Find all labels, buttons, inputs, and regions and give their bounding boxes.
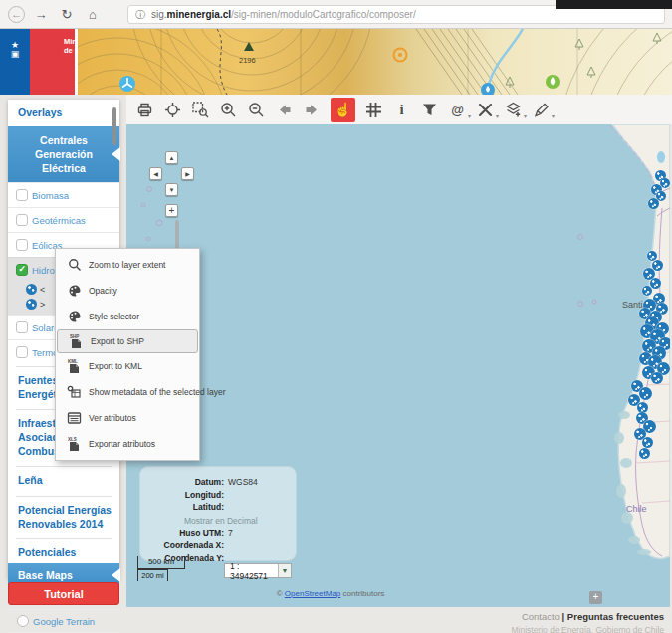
ministry-logo-block: Ministerio de Energía	[30, 29, 75, 95]
checkbox-biomasa[interactable]	[16, 189, 28, 201]
section-notch	[112, 568, 120, 582]
header-banner: ★▣ Ministerio de Energía	[0, 29, 672, 95]
radio-google-terrain[interactable]	[17, 615, 29, 627]
contacto-link[interactable]: Contacto	[522, 611, 560, 622]
checkbox-eolicas[interactable]	[16, 239, 28, 251]
menu-show-metadata[interactable]: Show metadata of the selected layer	[56, 379, 199, 405]
forward-icon[interactable]: →	[31, 4, 51, 24]
menu-export-to-kml[interactable]: KML Export to KML	[56, 353, 199, 379]
zoom-extent-icon[interactable]	[163, 99, 182, 120]
layer-row-geotermicas[interactable]: Geotérmicas	[8, 207, 119, 232]
plant-marker[interactable]	[650, 278, 661, 289]
section-potenciales[interactable]: Potenciales	[8, 539, 119, 563]
plant-marker[interactable]	[637, 402, 648, 413]
wind-turbine-icon	[119, 76, 135, 92]
layerswitcher-toggle-button[interactable]: +	[589, 591, 602, 604]
elevation-label: 2196	[239, 56, 256, 65]
topographic-banner-image	[78, 29, 672, 95]
zoom-box-icon[interactable]	[191, 99, 210, 120]
window-edge	[556, 0, 672, 9]
pan-right-button[interactable]: ▶	[181, 167, 194, 180]
zoom-in-icon[interactable]	[219, 99, 238, 120]
file-shp-icon: SHP	[68, 333, 85, 349]
mostrar-en-decimal-link[interactable]: Mostrar en Decimal	[184, 516, 296, 526]
preguntas-frecuentes-link[interactable]: Preguntas frecuentes	[567, 611, 664, 622]
pan-up-button[interactable]: ▲	[165, 151, 178, 164]
coat-of-arms-icon: ★▣	[6, 41, 24, 61]
plant-marker[interactable]	[639, 448, 650, 459]
zoom-in-map-button[interactable]: +	[165, 204, 178, 217]
checkbox-termoelectricas[interactable]	[16, 346, 28, 358]
section-lena[interactable]: Leña	[8, 467, 119, 494]
zoom-out-icon[interactable]	[247, 99, 266, 120]
svg-text:KML: KML	[68, 359, 78, 364]
map-viewport[interactable]: Santiago Chile ▲ ◀ ▶ ▼ + Datum:WGS84 Lon…	[126, 124, 670, 607]
coordinate-info-box: Datum:WGS84 Longitud: Latitud: Mostrar e…	[139, 466, 297, 561]
layer-row-biomasa[interactable]: Biomasa	[8, 182, 119, 207]
biomass-icon	[546, 75, 560, 89]
menu-export-to-shp[interactable]: SHP Export to SHP	[57, 329, 198, 353]
palette-icon	[66, 310, 83, 323]
draw-icon[interactable]: ▾	[532, 99, 551, 120]
map-toolbar: ☝ i @▾ ▾ ▾ ▾	[126, 95, 672, 124]
url-text: sig.minenergia.cl/sig-minen/moduloCartog…	[151, 9, 416, 20]
plant-marker[interactable]	[642, 286, 652, 296]
palette-icon	[66, 284, 83, 298]
back-icon[interactable]: ←	[8, 6, 25, 23]
plant-marker[interactable]	[648, 198, 659, 209]
filter-icon[interactable]	[420, 99, 439, 120]
next-view-icon[interactable]	[303, 99, 322, 120]
checkbox-geotermicas[interactable]	[16, 214, 28, 226]
scale-km-label: 500 km	[137, 556, 185, 569]
sidebar-scrollbar[interactable]	[112, 107, 116, 145]
scale-mi-label: 200 mi	[137, 569, 168, 581]
basemap-google-terrain[interactable]: Google Terrain	[8, 609, 119, 632]
metadata-icon	[66, 385, 83, 399]
attribute-table-icon	[66, 411, 83, 425]
section-notch	[112, 147, 120, 161]
svg-text:XLS: XLS	[68, 437, 77, 442]
home-icon[interactable]: ⌂	[83, 4, 103, 24]
reload-icon[interactable]: ↻	[57, 4, 77, 24]
overlays-title: Overlays	[8, 100, 119, 126]
layer-context-menu: Zoom to layer extent Opacity Style selec…	[55, 248, 200, 461]
section-potencial-renovables[interactable]: Potencial Energías Renovables 2014	[8, 497, 119, 536]
file-kml-icon: KML	[66, 358, 83, 374]
plant-marker[interactable]	[642, 437, 653, 448]
svg-text:SHP: SHP	[70, 334, 79, 339]
checkbox-hidroelectricas-checked[interactable]	[16, 264, 28, 276]
menu-ver-atributos[interactable]: Ver atributos	[56, 405, 199, 431]
query-icon[interactable]: @▾	[448, 99, 467, 120]
menu-style-selector[interactable]: Style selector	[56, 304, 199, 329]
pan-left-button[interactable]: ◀	[149, 167, 162, 180]
hydro-large-icon	[26, 299, 37, 310]
grid-icon[interactable]	[364, 99, 383, 120]
menu-exportar-atributos[interactable]: XLS Exportar atributos	[56, 431, 199, 457]
huso-value: 7	[228, 528, 233, 540]
plant-marker[interactable]	[639, 387, 652, 400]
add-layer-icon[interactable]: ▾	[504, 99, 523, 120]
magnifier-icon	[66, 258, 83, 272]
site-info-icon[interactable]: ⓘ	[135, 8, 145, 22]
checkbox-solares[interactable]	[16, 321, 28, 333]
hydro-small-icon	[26, 284, 37, 295]
pan-hand-icon[interactable]: ☝	[331, 98, 355, 122]
menu-zoom-to-layer-extent[interactable]: Zoom to layer extent	[56, 252, 199, 278]
gobierno-logo: ★▣	[0, 29, 30, 95]
plant-marker[interactable]	[651, 372, 663, 384]
tools-icon[interactable]: ▾	[476, 99, 495, 120]
printer-icon[interactable]	[135, 99, 154, 120]
openstreetmap-link[interactable]: OpenStreetMap	[285, 589, 340, 598]
previous-view-icon[interactable]	[275, 99, 294, 120]
file-xls-icon: XLS	[66, 436, 83, 452]
scale-bar: 500 km 200 mi	[137, 556, 185, 581]
datum-value: WGS84	[228, 476, 258, 489]
chevron-down-icon[interactable]: ▼	[278, 564, 291, 577]
pan-down-button[interactable]: ▼	[165, 183, 178, 196]
menu-opacity[interactable]: Opacity	[56, 278, 199, 304]
section-centrales-generacion[interactable]: Centrales Generación Eléctrica	[8, 126, 119, 183]
info-icon[interactable]: i	[392, 99, 411, 120]
tutorial-button[interactable]: Tutorial	[8, 582, 119, 605]
plant-marker[interactable]	[660, 178, 670, 188]
scale-ratio-select[interactable]: 1 : 34942571 ▼	[224, 563, 292, 578]
